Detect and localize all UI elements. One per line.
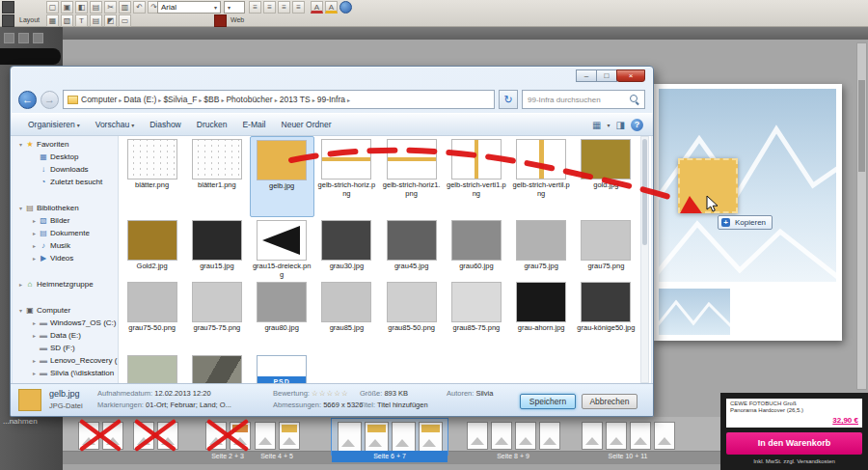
nav-item-dokumente[interactable]: ▸▤Dokumente [13, 227, 118, 239]
nav-item-heimnetzgruppe[interactable]: ▸⌂Heimnetzgruppe [13, 278, 118, 290]
tree-expand-icon[interactable]: ▾ [16, 205, 25, 211]
page-thumbnail[interactable] [133, 422, 154, 450]
file-item[interactable]: grau75.png [574, 217, 638, 279]
page-thumbnail[interactable] [539, 422, 560, 450]
file-item[interactable]: grau80.jpg [250, 279, 314, 352]
pages-icon[interactable]: ▦ [46, 14, 59, 27]
file-item[interactable]: grau85.jpg [314, 279, 379, 352]
breadcrumb-item[interactable]: 99-Infra [317, 95, 345, 104]
file-item[interactable] [184, 352, 249, 383]
nav-item-computer[interactable]: ▾▣Computer [13, 304, 118, 317]
filmstrip-label[interactable]: Seite 4 + 5 [253, 451, 301, 462]
nav-item-desktop[interactable]: ▦Desktop [13, 151, 118, 163]
file-item[interactable]: grau75-75.png [184, 279, 249, 352]
maximize-button[interactable]: □ [596, 69, 617, 82]
minimize-button[interactable]: – [576, 69, 597, 82]
page-thumbnail[interactable] [365, 422, 389, 452]
nav-item-bilder[interactable]: ▸▧Bilder [13, 214, 118, 227]
file-item[interactable]: blätter1.png [184, 136, 249, 217]
image-icon[interactable]: ▧ [61, 14, 73, 27]
cut-icon[interactable]: ✂ [104, 1, 117, 14]
search-input[interactable]: 99-Infra durchsuchen [522, 90, 645, 109]
sidebar-tool-icon[interactable] [33, 33, 43, 43]
file-item[interactable]: Gold2.jpg [120, 217, 184, 279]
close-button[interactable]: × [616, 69, 645, 82]
add-to-cart-button[interactable]: In den Warenkorb [726, 432, 862, 455]
nav-item-musik[interactable]: ▸♪Musik [13, 239, 118, 252]
file-item[interactable]: gelb-strich-verti1.png [444, 136, 508, 217]
file-item[interactable]: grau30.jpg [314, 217, 379, 279]
back-button[interactable]: ← [18, 91, 37, 109]
page-photo-placeholder-small[interactable] [659, 289, 730, 335]
nav-item-videos[interactable]: ▸▶Videos [13, 252, 118, 264]
page-thumbnail[interactable] [630, 422, 651, 450]
filmstrip-spread[interactable] [571, 419, 685, 455]
align-right-icon[interactable]: ≡ [278, 1, 290, 14]
file-item[interactable]: blätter.png [120, 136, 184, 217]
filmstrip-spread[interactable] [131, 419, 179, 455]
page-thumbnail[interactable] [392, 422, 416, 452]
file-item[interactable]: grau60.jpg [444, 217, 508, 279]
file-item[interactable] [120, 352, 184, 383]
file-item[interactable]: grau85-50.png [379, 279, 444, 352]
web-mode-icon[interactable] [214, 14, 227, 27]
nav-item-sd-f-[interactable]: ▬SD (F:) [13, 342, 118, 354]
tree-expand-icon[interactable]: ▸ [30, 319, 39, 326]
file-item[interactable]: grau-könige50.jpg [574, 279, 638, 352]
tree-expand-icon[interactable]: ▸ [16, 281, 25, 288]
breadcrumb-item[interactable]: Data (E:) [123, 95, 156, 104]
clipart-icon[interactable]: ◩ [104, 14, 117, 27]
cancel-button[interactable]: Abbrechen [582, 394, 637, 409]
page-thumbnail[interactable] [515, 422, 536, 450]
command-button-neuer-ordner[interactable]: Neuer Ordner [274, 117, 339, 132]
file-item[interactable]: gelb-strich-horiz1.png [379, 136, 444, 217]
nav-item-zuletzt-besucht[interactable]: ◔Zuletzt besucht [13, 176, 118, 188]
filmstrip-label[interactable] [131, 451, 179, 462]
page-thumbnail[interactable] [102, 422, 123, 450]
nav-item-favoriten[interactable]: ▾★Favoriten [13, 138, 118, 151]
filmstrip-scrollbar[interactable] [63, 463, 720, 470]
align-justify-icon[interactable]: ≡ [292, 1, 305, 14]
filmstrip-spread[interactable] [203, 419, 252, 455]
filmstrip-label[interactable]: Seite 2 + 3 [203, 451, 252, 462]
breadcrumb-item[interactable]: Computer [81, 95, 117, 104]
file-item[interactable]: gold.jpg [574, 136, 638, 217]
new-icon[interactable]: ▢ [46, 1, 59, 14]
font-style-select[interactable]: ▾ [224, 1, 245, 14]
save-button[interactable]: Speichern [520, 394, 576, 409]
refresh-button[interactable]: ↻ [499, 90, 518, 109]
workspace-scrollbar[interactable] [856, 42, 867, 390]
filmstrip-label[interactable] [76, 451, 124, 462]
print-icon[interactable]: ▤ [90, 1, 102, 14]
breadcrumb-item[interactable]: Photobücher [226, 95, 272, 104]
help-icon[interactable]: ? [631, 119, 643, 131]
page-thumbnail[interactable] [582, 422, 603, 450]
filmstrip-label[interactable]: Seite 10 + 11 [571, 451, 685, 462]
tree-expand-icon[interactable]: ▸ [30, 332, 39, 339]
command-button-drucken[interactable]: Drucken [189, 117, 235, 132]
breadcrumb-item[interactable]: $BB [203, 95, 219, 104]
nav-item-bibliotheken[interactable]: ▾▤Bibliotheken [13, 202, 118, 214]
undo-icon[interactable]: ↶ [133, 1, 146, 14]
dragged-image-gelb[interactable] [678, 158, 738, 213]
file-item[interactable]: grau85-75.png [444, 279, 508, 352]
tree-expand-icon[interactable]: ▾ [16, 307, 25, 314]
tree-expand-icon[interactable]: ▸ [30, 230, 39, 236]
tree-expand-icon[interactable]: ▸ [30, 357, 39, 364]
page-thumbnail[interactable] [279, 422, 300, 450]
sidebar-tool-icon[interactable] [18, 33, 29, 43]
nav-item-silvia-diskstation[interactable]: ▸▬Silvia (\\diskstation [13, 367, 118, 379]
filmstrip-spread[interactable] [76, 419, 124, 455]
page-thumbnail[interactable] [338, 422, 362, 452]
tree-expand-icon[interactable]: ▸ [30, 217, 39, 224]
font-family-select[interactable]: Arial ▾ [157, 1, 221, 14]
nav-item-windows7-os-c-[interactable]: ▸▬Windows7_OS (C:) [13, 317, 118, 329]
filmstrip-spread[interactable] [253, 419, 301, 455]
tags-value[interactable]: 01-Ort; Februar; Land; O... [146, 401, 231, 409]
file-item[interactable]: gelb-strich-horiz.png [314, 136, 379, 217]
command-button-e-mail[interactable]: E-Mail [234, 117, 273, 132]
command-button-vorschau[interactable]: Vorschau▾ [88, 117, 142, 132]
file-item[interactable]: grau75-50.png [120, 279, 184, 352]
page-thumbnail[interactable] [491, 422, 512, 450]
filmstrip-spread[interactable] [332, 419, 448, 455]
